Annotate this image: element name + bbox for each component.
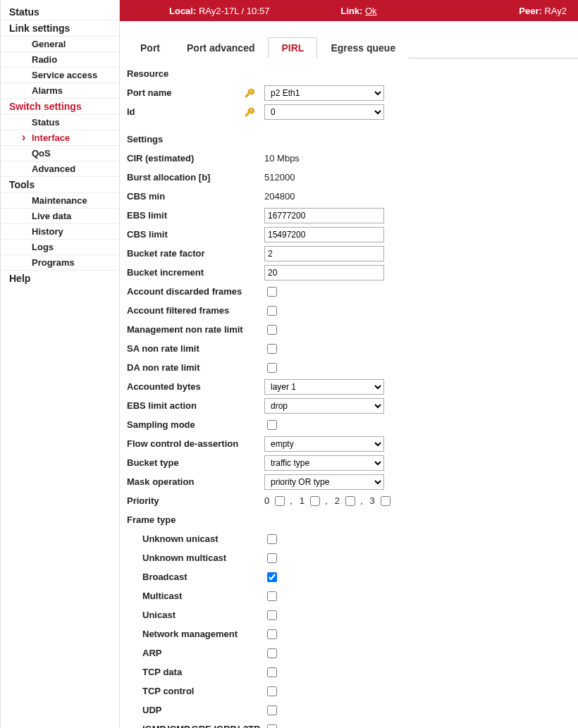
tab[interactable]: Egress queue [317,37,409,58]
priority-item: 0 , [264,494,293,508]
topbar-link-value[interactable]: Ok [365,6,377,16]
priority-checkbox[interactable] [381,496,391,506]
nav-item[interactable]: General [1,36,119,51]
acc-bytes-select[interactable]: layer 1 [264,379,384,395]
bi-label: Bucket increment [127,267,204,278]
section-settings: Settings [127,134,571,144]
tab[interactable]: Port [127,37,173,58]
nav-item[interactable]: Status [1,114,119,130]
frame-type-checkbox[interactable] [267,648,277,658]
bucket-type-select[interactable]: traffic type [264,455,384,471]
tab[interactable]: PIRL [268,37,317,58]
nav-group[interactable]: Tools [1,176,119,192]
topbar-local-label: Local: [169,6,196,16]
danrl-label: DA non rate limit [127,362,200,373]
nav-item[interactable]: Maintenance [1,192,119,208]
key-icon [245,107,254,117]
aff-checkbox[interactable] [267,306,277,316]
frame-type-label: Unicast [142,610,176,620]
nav-group[interactable]: Switch settings [1,98,119,114]
frame-type-label: ARP [142,648,161,658]
frame-type-checkbox[interactable] [267,724,277,729]
id-select[interactable]: 0 [264,104,384,120]
frame-type-label: Broadcast [142,572,187,582]
sanrl-checkbox[interactable] [267,344,277,354]
adf-checkbox[interactable] [267,287,277,297]
danrl-checkbox[interactable] [267,363,277,373]
cbs-min-value: 204800 [264,191,295,202]
frame-type-label: Multicast [142,591,182,601]
sampling-label: Sampling mode [127,419,195,430]
cir-value: 10 Mbps [264,153,300,164]
nav-item[interactable]: Alarms [1,82,119,98]
key-icon [245,88,254,98]
nav-item[interactable]: Logs [1,239,119,254]
frame-type-checkbox[interactable] [267,686,277,696]
sanrl-label: SA non rate limit [127,343,199,354]
nav-group[interactable]: Link settings [1,20,119,36]
ebs-limit-label: EBS limit [127,210,167,221]
frame-type-checkbox[interactable] [267,572,277,582]
nav-item[interactable]: History [1,223,119,239]
frame-type-label: TCP control [142,686,194,696]
cbs-min-label: CBS min [127,191,165,202]
nav-group[interactable]: Help [1,270,119,286]
nav-group[interactable]: Status [1,4,119,20]
nav-item[interactable]: Service access [1,67,119,82]
ebs-limit-input[interactable] [264,208,384,223]
topbar-peer-value: RAy2 [544,6,567,16]
acc-bytes-label: Accounted bytes [127,381,201,392]
priority-number: 2 [335,495,340,506]
frame-type-checkbox[interactable] [267,705,277,715]
priority-checkbox[interactable] [275,496,285,506]
frame-type-label: Frame type [127,514,176,525]
frame-type-checkbox[interactable] [267,629,277,639]
frame-type-label: Unknown multicast [142,553,226,563]
fcda-label: Flow control de-assertion [127,438,238,449]
priority-item: 2 , [335,494,363,508]
nav-item[interactable]: Programs [1,254,119,270]
frame-type-checkbox[interactable] [267,610,277,620]
aff-label: Account filtered frames [127,305,229,316]
mask-op-select[interactable]: priority OR type [264,474,384,490]
topbar: Local: RAy2-17L / 10:57 Link: Ok Peer: R… [120,0,578,21]
frame-type-checkbox[interactable] [267,534,277,544]
section-resource: Resource [127,68,571,79]
mask-op-label: Mask operation [127,476,194,487]
bi-input[interactable] [264,265,384,280]
priority-label: Priority [127,495,159,506]
tab[interactable]: Port advanced [173,37,268,58]
frame-type-checkbox[interactable] [267,591,277,601]
port-name-select[interactable]: p2 Eth1 [264,85,384,101]
priority-checkbox[interactable] [310,496,320,506]
nav-item[interactable]: Advanced [1,161,119,176]
nav-item[interactable]: Radio [1,51,119,67]
tabs: PortPort advancedPIRLEgress queue [127,37,578,58]
main: Local: RAy2-17L / 10:57 Link: Ok Peer: R… [120,0,578,728]
frame-type-label: Network management [142,629,238,639]
priority-item: 3 [370,494,393,508]
burst-label: Burst allocation [b] [127,172,210,183]
priority-item: 1 , [300,494,328,508]
nav-item[interactable]: Live data [1,208,119,223]
frame-type-label: UDP [142,705,161,715]
fcda-select[interactable]: empty [264,436,384,452]
frame-type-checkbox[interactable] [267,553,277,563]
cir-label: CIR (estimated) [127,153,194,164]
frame-type-checkbox[interactable] [267,667,277,677]
frame-type-label: TCP data [142,667,182,677]
nav-item[interactable]: QoS [1,145,119,161]
brf-input[interactable] [264,246,384,261]
ebs-action-select[interactable]: drop [264,398,384,414]
priority-number: 3 [370,495,375,506]
nav-item[interactable]: Interface [1,130,119,145]
brf-label: Bucket rate factor [127,248,205,259]
frame-type-label: Unknown unicast [142,533,219,544]
sampling-checkbox[interactable] [267,420,277,430]
mnrl-checkbox[interactable] [267,325,277,335]
burst-value: 512000 [264,172,295,183]
topbar-link-label: Link: [340,6,362,16]
priority-checkbox[interactable] [345,496,355,506]
topbar-peer-label: Peer: [519,6,542,16]
cbs-limit-input[interactable] [264,227,384,242]
